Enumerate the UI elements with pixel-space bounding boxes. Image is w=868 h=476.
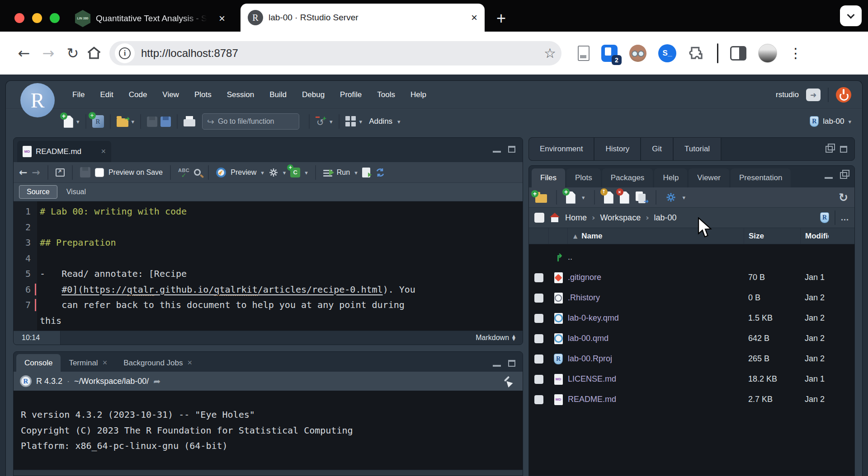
table-row-lab00qmd[interactable]: lab-00.qmd 642 B Jan 2 bbox=[529, 328, 854, 349]
tab-help[interactable]: Help bbox=[654, 168, 687, 187]
file-name[interactable]: .gitignore bbox=[568, 273, 744, 282]
document-extension-icon[interactable] bbox=[578, 46, 590, 61]
tab-plots[interactable]: Plots bbox=[566, 168, 601, 187]
reload-button[interactable]: ↻ bbox=[61, 45, 85, 62]
minimize-pane-icon[interactable] bbox=[493, 146, 501, 153]
file-name[interactable]: LICENSE.md bbox=[568, 374, 744, 384]
editor-tab-readme[interactable]: README.md bbox=[17, 141, 111, 162]
table-row-lab0key[interactable]: lab-0-key.qmd 1.5 KB Jan 2 bbox=[529, 308, 854, 328]
close-window-button[interactable] bbox=[14, 13, 24, 23]
home-button[interactable] bbox=[85, 44, 103, 62]
tab-packages[interactable]: Packages bbox=[602, 168, 653, 187]
extensions-puzzle-icon[interactable] bbox=[688, 45, 705, 62]
new-file-icon[interactable] bbox=[64, 116, 73, 128]
panes-dropdown[interactable] bbox=[359, 117, 363, 126]
menu-code[interactable]: Code bbox=[121, 90, 155, 99]
tab-files[interactable]: Files bbox=[532, 168, 565, 187]
addins-button[interactable]: Addins bbox=[369, 117, 392, 126]
gear-dropdown[interactable] bbox=[283, 168, 286, 177]
table-row-rproj[interactable]: R lab-00.Rproj 265 B Jan 2 bbox=[529, 349, 854, 369]
browser-menu-icon[interactable] bbox=[789, 45, 802, 61]
bookmark-extension-icon[interactable]: 2 bbox=[601, 45, 618, 62]
minimize-pane-icon[interactable] bbox=[493, 360, 501, 367]
source-sync-icon[interactable] bbox=[375, 167, 386, 178]
save-document-icon[interactable] bbox=[80, 167, 90, 177]
new-folder-icon[interactable] bbox=[535, 194, 547, 203]
source-mode-button[interactable]: Source bbox=[19, 185, 57, 199]
tab-git[interactable]: Git bbox=[641, 138, 674, 160]
file-name[interactable]: README.md bbox=[568, 395, 744, 404]
menu-profile[interactable]: Profile bbox=[332, 90, 369, 99]
refresh-icon[interactable] bbox=[839, 191, 848, 204]
s-extension-icon[interactable]: S_ bbox=[658, 44, 676, 62]
document-mode-selector[interactable]: Markdown ▲▼ bbox=[476, 334, 523, 342]
save-all-icon[interactable] bbox=[160, 117, 171, 127]
new-file-dropdown[interactable] bbox=[582, 193, 585, 201]
rerun-previous-icon[interactable] bbox=[362, 168, 370, 177]
render-options-gear-icon[interactable] bbox=[269, 168, 278, 177]
menu-plots[interactable]: Plots bbox=[187, 90, 219, 99]
insert-chunk-dropdown[interactable] bbox=[305, 168, 308, 177]
breadcrumb-home[interactable]: Home bbox=[565, 213, 587, 223]
fullscreen-window-button[interactable] bbox=[50, 13, 60, 23]
row-checkbox[interactable] bbox=[534, 334, 543, 343]
row-checkbox[interactable] bbox=[534, 395, 543, 404]
side-panel-icon[interactable] bbox=[730, 46, 746, 61]
open-recent-dropdown[interactable] bbox=[132, 117, 135, 126]
select-all-checkbox[interactable] bbox=[534, 213, 544, 223]
tab-terminal[interactable]: Terminal bbox=[61, 354, 115, 372]
new-tab-button[interactable] bbox=[496, 9, 506, 32]
save-icon[interactable] bbox=[147, 117, 157, 127]
version-control-icon[interactable] bbox=[316, 115, 326, 128]
goto-directory-icon[interactable] bbox=[153, 376, 160, 387]
menu-debug[interactable]: Debug bbox=[294, 90, 332, 99]
row-checkbox[interactable] bbox=[534, 375, 543, 384]
find-replace-icon[interactable] bbox=[194, 169, 201, 176]
home-icon[interactable] bbox=[549, 213, 560, 223]
upload-icon[interactable] bbox=[604, 191, 613, 204]
menu-session[interactable]: Session bbox=[219, 90, 262, 99]
menu-edit[interactable]: Edit bbox=[92, 90, 121, 99]
maximize-pane-icon[interactable] bbox=[508, 360, 515, 367]
new-project-icon[interactable]: R bbox=[92, 115, 104, 128]
restore-pane-icon[interactable] bbox=[840, 172, 847, 179]
quit-session-button[interactable] bbox=[836, 87, 851, 103]
console-scrollbar[interactable] bbox=[14, 470, 523, 476]
close-tab-icon[interactable] bbox=[219, 12, 225, 25]
delete-icon[interactable] bbox=[620, 191, 629, 204]
menu-tools[interactable]: Tools bbox=[369, 90, 403, 99]
tab-background-jobs[interactable]: Background Jobs bbox=[115, 354, 200, 372]
tab-environment[interactable]: Environment bbox=[529, 138, 594, 160]
new-file-dropdown[interactable] bbox=[76, 117, 80, 126]
header-name[interactable]: Name bbox=[568, 232, 744, 241]
minimize-window-button[interactable] bbox=[32, 13, 42, 23]
table-row-updir[interactable]: .. bbox=[529, 247, 854, 267]
working-directory[interactable]: ~/Workspace/lab-00/ bbox=[74, 377, 149, 386]
file-name[interactable]: lab-00.qmd bbox=[568, 334, 744, 343]
browser-tab-qta[interactable]: LIN 380 Quantitative Text Analysis - S bbox=[68, 5, 232, 32]
code-editor[interactable]: 1# Lab 00: writing with code 2 3## Prepa… bbox=[14, 201, 523, 331]
r-version-label[interactable]: R 4.3.2 bbox=[36, 377, 62, 386]
close-tab-icon[interactable] bbox=[471, 11, 477, 24]
preview-dropdown[interactable] bbox=[261, 168, 264, 177]
visual-mode-button[interactable]: Visual bbox=[63, 188, 90, 196]
sign-out-icon[interactable] bbox=[806, 89, 821, 101]
minimize-pane-icon[interactable] bbox=[825, 173, 833, 179]
menu-build[interactable]: Build bbox=[262, 90, 294, 99]
console-output[interactable]: R version 4.3.2 (2023-10-31) -- "Eye Hol… bbox=[14, 391, 523, 476]
table-row-readme[interactable]: README.md 2.7 KB Jan 2 bbox=[529, 389, 854, 410]
clear-console-icon[interactable] bbox=[505, 375, 516, 387]
maximize-pane-icon[interactable] bbox=[508, 146, 515, 153]
file-name[interactable]: lab-00.Rproj bbox=[568, 354, 744, 364]
more-options-dropdown[interactable] bbox=[683, 193, 686, 201]
goto-file-input[interactable] bbox=[218, 117, 290, 126]
row-checkbox[interactable] bbox=[534, 294, 543, 303]
table-row-gitignore[interactable]: .gitignore 70 B Jan 1 bbox=[529, 267, 854, 288]
tab-viewer[interactable]: Viewer bbox=[689, 168, 729, 187]
tab-presentation[interactable]: Presentation bbox=[731, 168, 791, 187]
copy-icon[interactable] bbox=[636, 191, 646, 204]
address-bar[interactable]: i http://localhost:8787 ☆ bbox=[109, 41, 561, 65]
menu-view[interactable]: View bbox=[155, 90, 187, 99]
profile-avatar[interactable] bbox=[758, 44, 777, 63]
breadcrumb-workspace[interactable]: Workspace bbox=[600, 213, 641, 223]
